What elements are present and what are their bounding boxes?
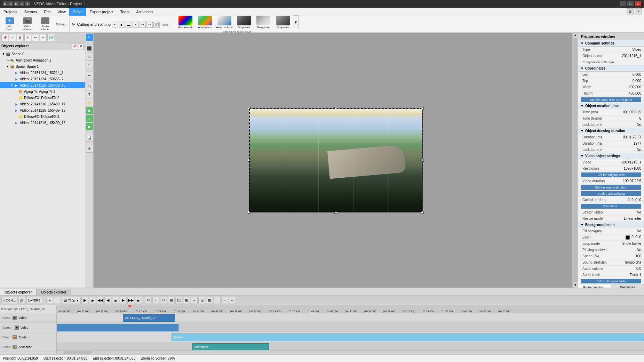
explorer-undo-button[interactable]: ✓ [9, 34, 16, 41]
tree-anim1[interactable]: ▷ 🎭 Animation: Animation 1 [0, 57, 85, 63]
close-button[interactable]: ✕ [635, 1, 641, 6]
background-color-header[interactable]: ▼ Background color [578, 222, 644, 228]
object-creation-time-header[interactable]: ▼ Object creation time [578, 103, 644, 109]
ti4[interactable]: ● [19, 1, 24, 6]
cut-btn1[interactable]: ✂ [112, 22, 118, 28]
qs-more-button[interactable]: ▼ [293, 15, 299, 29]
tl-extra4[interactable]: ⊟ [198, 297, 205, 304]
explorer-delete-button[interactable]: ✕ [24, 34, 31, 41]
ti3[interactable]: ▶ [14, 1, 19, 6]
tl-extra7[interactable]: ⊣ [221, 297, 228, 304]
tree-scene0[interactable]: ▼ 🎬 Scene 0 [0, 51, 85, 57]
qs-grayscale3[interactable]: Grayscale [273, 15, 292, 30]
explorer-close-button[interactable]: ✕ [78, 43, 84, 49]
fx-tool[interactable]: ⚡ [86, 99, 93, 106]
tl-res-dropdown[interactable]: 📹 720p ▼ [62, 297, 81, 304]
bottom-tab-objects-explorer[interactable]: Objects explorer [0, 289, 37, 295]
explorer-pin-button[interactable]: 📌 [1, 34, 8, 41]
menu-projects[interactable]: Projects [0, 8, 21, 16]
video-effects-button[interactable]: 🎬 Videoeffects [19, 17, 36, 32]
tree-video4[interactable]: ▶ Video: 20141216_165409_17 [0, 101, 85, 107]
tl-skip-start[interactable]: ⏮ [89, 297, 96, 304]
cut-btn4[interactable]: ✕ [133, 22, 139, 28]
cutting-splitting-button[interactable]: Cutting and splitting [581, 191, 641, 196]
tl-stop[interactable]: ■ [112, 297, 119, 304]
crop-tools-button[interactable]: Crop tools... [581, 204, 641, 209]
hscroll-thumb[interactable] [64, 351, 92, 354]
coordinates-header[interactable]: ▼ Coordinates [578, 65, 644, 72]
explorer-redo-button[interactable]: ↪ [40, 34, 47, 41]
tl-extra5[interactable]: ⊞ [206, 297, 213, 304]
tl-sound-btn[interactable]: 🔊 [18, 297, 25, 304]
eraser-tool[interactable]: ◻ [86, 83, 93, 90]
common-settings-header[interactable]: ▼ Common settings [578, 40, 644, 47]
menu-editor[interactable]: Editor [69, 8, 86, 16]
cut-btn5[interactable]: ↩ [140, 22, 146, 28]
explorer-grid-button[interactable]: ⊞ [17, 34, 24, 41]
tree-sprite1[interactable]: ▼ 📦 Sprite: Sprite 1 [0, 63, 85, 70]
help-icon[interactable]: ? [635, 8, 642, 15]
text-tool[interactable]: T [86, 91, 93, 98]
menu-export-project[interactable]: Export project [86, 8, 117, 16]
tree-diffuse1[interactable]: 🌟 DiffuseFX: DiffuseFX 2 [0, 95, 85, 101]
timeline-hscrollbar[interactable] [57, 350, 644, 354]
menu-view[interactable]: View [54, 8, 69, 16]
menu-scenes[interactable]: Scenes [21, 8, 41, 16]
same-size-button[interactable]: Set the same size as the parer [581, 97, 641, 102]
qs-grayscale2[interactable]: Grayscale [254, 15, 273, 30]
explorer-pin2-button[interactable]: 📌 [72, 43, 77, 49]
cut-btn6[interactable]: ↪ [146, 22, 153, 28]
scroll-down-btn[interactable]: ▼ [573, 283, 578, 288]
tl-zoom-out[interactable]: - [54, 297, 61, 304]
play-tool[interactable]: ▶ [86, 123, 93, 130]
tl-extra2[interactable]: ⊞ [183, 297, 190, 304]
cut-btn7[interactable]: 🔄 [153, 22, 160, 28]
circle-tool[interactable]: ○ [86, 61, 93, 68]
minimize-button[interactable]: — [620, 1, 626, 6]
timeline-clip-sprite[interactable]: Sprite 1 [172, 333, 644, 341]
tl-step-forward[interactable]: ▶ [120, 297, 127, 304]
pencil-tool[interactable]: ✏ [86, 72, 93, 79]
tl-next-frame[interactable]: ▶▶ [127, 297, 134, 304]
move-tool[interactable]: ✛ [86, 145, 93, 153]
tl-extra8[interactable]: ↔ [229, 297, 236, 304]
rect2-tool[interactable]: ▭ [86, 53, 93, 60]
qs-grayscale1[interactable]: Grayscale [234, 15, 253, 30]
timeline-clip-1[interactable] [57, 324, 178, 331]
cut-btn3[interactable]: ▬ [126, 22, 132, 28]
settings-icon[interactable]: ⚙ [627, 8, 634, 15]
tree-diffuse2[interactable]: 🌟 DiffuseFX: DiffuseFX 3 [0, 113, 85, 120]
set-source-duration-button[interactable]: Set the source duration [581, 185, 641, 190]
color-swatch[interactable] [626, 235, 630, 240]
tl-layers2-btn[interactable]: LAYERS [26, 297, 42, 304]
canvas-area[interactable]: ▲ ▼ [94, 33, 578, 288]
timeline-clip-animation[interactable]: Animation 1 [192, 343, 269, 350]
tree-video3[interactable]: ▼ ▶ Video: 20141216_165409_15 [0, 82, 85, 88]
tl-play-btn[interactable]: ▶ [81, 297, 88, 304]
video-object-settings-header[interactable]: ▼ Video object settings [578, 153, 644, 159]
ti5[interactable]: ▼ [25, 1, 30, 6]
add-object-button[interactable]: + Addobject... [1, 17, 18, 32]
menu-tools[interactable]: Tools [117, 8, 133, 16]
tl-layers-btn[interactable]: ≡ COM... [1, 297, 17, 304]
qs-auto-contrast[interactable]: Auto contrast [215, 15, 234, 30]
tree-video6[interactable]: ▶ Video: 20141216_165409_18 [0, 120, 85, 126]
tree-video2[interactable]: ▶ Video: 20151124_153656_2 [0, 76, 85, 82]
tree-video1[interactable]: ▶ Video: 20151124_153214_1 [0, 70, 85, 76]
audio-effects-button[interactable]: 🎵 Audioeffects [37, 17, 54, 32]
maximize-button[interactable]: □ [627, 1, 634, 6]
chart-tool[interactable]: 📊 [86, 134, 93, 142]
tl-snap-btn[interactable]: ⊞ [168, 297, 175, 304]
ti1[interactable]: ▶ [3, 1, 8, 6]
menu-activation[interactable]: Activation [133, 8, 156, 16]
split-button[interactable]: Split to video and audio [581, 279, 641, 283]
select-tool[interactable]: ↖ [86, 33, 93, 41]
explorer-add2-button[interactable]: ↩ [32, 34, 39, 41]
tl-step-back[interactable]: ◀ [104, 297, 111, 304]
tl-cut-btn[interactable]: ✂ [160, 297, 167, 304]
props-tab-resources[interactable]: Resources [611, 284, 644, 288]
scroll-up-btn[interactable]: ▲ [573, 33, 578, 38]
bottom-tab-objects-browser[interactable]: Objects explorer [37, 289, 71, 295]
tl-zoom-in[interactable]: + [46, 297, 53, 304]
props-tab-properties[interactable]: Properties win... [578, 284, 611, 288]
